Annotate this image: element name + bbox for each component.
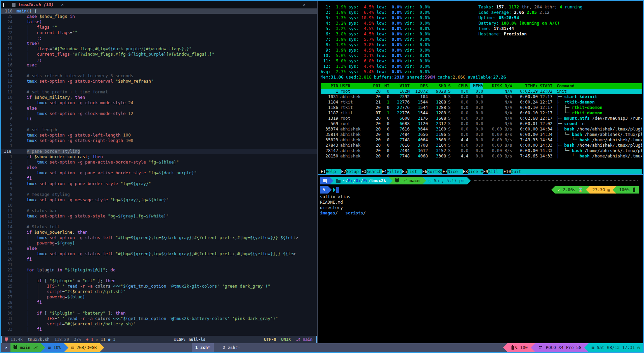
fkey-f6[interactable]: F6SortBy <box>422 169 442 174</box>
fkey-f7[interactable]: F7Nice - <box>442 169 463 174</box>
column-header-pri[interactable]: PRI <box>372 83 381 89</box>
code-line[interactable]: 18 else <box>1 246 317 251</box>
code-line[interactable]: 30 │ if [ "$lplugin" = "battery" ]; then <box>1 311 317 316</box>
fkey-f5[interactable]: F5List <box>402 169 422 174</box>
fkey-f10[interactable]: F10Quit <box>503 169 526 174</box>
code-line[interactable]: 3 else <box>1 165 317 170</box>
code-line[interactable]: 20 fi <box>1 257 317 262</box>
code-line[interactable]: 6 fi <box>1 116 317 122</box>
code-line[interactable]: 15 if $show_powerline; then <box>1 230 317 235</box>
column-header-command[interactable]: Command <box>557 83 642 89</box>
code-line[interactable]: 28 │ fi <box>1 300 317 305</box>
code-line[interactable]: 11 # status bar <box>1 208 317 213</box>
code-line[interactable]: 21 │ ;; <box>1 35 317 41</box>
process-table-header[interactable]: PIDUSERPRINIVIRTRESSHRSCPU%MEM%DISK R/WT… <box>321 83 642 89</box>
code-line[interactable]: 1 if $show_border_contrast; then <box>1 154 317 159</box>
code-line[interactable]: 24 false) <box>1 19 317 25</box>
tab-close-icon[interactable]: × <box>61 2 64 7</box>
code-line[interactable]: 15 <box>1 68 317 73</box>
code-line[interactable]: 22 │ current_flags="" <box>1 30 317 35</box>
tmux-window-2[interactable]: 2 zsh#- <box>219 343 244 352</box>
fkey-f8[interactable]: F8Nice + <box>463 169 483 174</box>
code-line[interactable]: 4 # set length <box>1 127 317 133</box>
process-row[interactable]: 35374abhishek200761636443100S0.00.00.00 … <box>321 126 642 132</box>
code-line[interactable]: 19 │ tmux set-option -g status-left "#[b… <box>1 251 317 257</box>
column-header-cpu-[interactable]: CPU% <box>455 83 468 89</box>
code-line[interactable]: 23 │ <box>1 273 317 278</box>
prompt-line-2[interactable]: ↯ ✓ 2.06s ⌛27.3G ▤100% <box>320 185 641 194</box>
code-line[interactable]: 32 │ │ script="#($current_dir/battery.sh… <box>1 321 317 327</box>
column-header-user[interactable]: USER <box>340 83 370 89</box>
code-line[interactable]: 25 case $show_flags in <box>1 14 317 19</box>
column-header-shr[interactable]: SHR <box>430 83 446 89</box>
code-line[interactable]: 3 tmux set-option -g status-left-length … <box>1 133 317 138</box>
process-row[interactable]: 28147abhishek200748436123152S0.00.00.00 … <box>321 148 642 153</box>
code-line[interactable]: 16 │ tmux set-option -g status-left "#[b… <box>1 235 317 240</box>
fkey-f1[interactable]: F1Help <box>321 169 341 174</box>
column-header-virt[interactable]: VIRT <box>391 83 410 89</box>
process-row[interactable]: 1root200162M120729028S0.00.0N/A0:02.1912… <box>321 89 642 94</box>
code-line[interactable]: 10 <box>1 203 317 208</box>
code-line[interactable]: 24 │ if [ "$lplugin" = "git" ]; then <box>1 278 317 284</box>
tab-title[interactable]: tmux2k.sh (13) <box>18 2 54 7</box>
code-line[interactable]: 12 <box>1 84 317 89</box>
code-line[interactable]: 118 # pane border styling <box>1 149 317 154</box>
code-area[interactable]: 25 case $show_flags in24 false)23 │ flag… <box>1 14 317 336</box>
process-row[interactable]: 1184rtkit2112277615441288S0.00.0N/A0:00.… <box>321 99 642 105</box>
process-row[interactable]: 569root200668831202312S0.00.0N/A0:00.011… <box>321 121 642 126</box>
column-header-res[interactable]: RES <box>412 83 428 89</box>
column-header-pid[interactable]: PID <box>321 83 338 89</box>
process-row[interactable]: 1186rtkit2002277615441288S0.00.0N/A0:00.… <box>321 105 642 110</box>
code-line[interactable]: 4 │ tmux set-option -g pane-active-borde… <box>1 170 317 176</box>
code-line[interactable]: 13 <box>1 219 317 224</box>
code-line[interactable]: 1 <box>1 143 317 149</box>
code-line[interactable]: 5 fi <box>1 176 317 181</box>
code-line[interactable]: 29 │ <box>1 305 317 311</box>
code-line[interactable]: 22 for lplugin in "${lplugins[@]}"; do <box>1 267 317 273</box>
code-line[interactable]: 27 │ │ powerbg=${blue} <box>1 294 317 300</box>
code-line[interactable]: 18 │ current_flags="#{?window_flags,#[fg… <box>1 52 317 57</box>
window-close-icon[interactable]: × <box>303 2 305 7</box>
code-line[interactable]: 7 │ tmux set-option -g clock-mode-style … <box>1 111 317 116</box>
code-line[interactable]: 6 tmux set-option -g pane-border-style "… <box>1 181 317 186</box>
column-header-time-[interactable]: TIME+ <box>514 83 538 89</box>
code-line[interactable]: 25 │ │ IFS=' ' read -r -a colors <<<"$(g… <box>1 284 317 289</box>
fkey-f3[interactable]: F3Search <box>361 169 381 174</box>
tmux-window-1[interactable]: 1 zsh* <box>192 343 214 352</box>
column-header-mem-[interactable]: MEM% <box>470 83 483 89</box>
process-row[interactable]: 28150abhishek200774840683308S4.40.00.00 … <box>321 153 642 159</box>
code-line[interactable]: 11 # set the prefix + t time format <box>1 89 317 95</box>
code-line[interactable]: 14 # sets refresh interval to every 5 se… <box>1 73 317 79</box>
code-line[interactable]: 20 true) <box>1 41 317 46</box>
code-line[interactable]: 21 <box>1 262 317 267</box>
code-line[interactable]: 17 │ powerbg=${gray} <box>1 240 317 246</box>
column-header-disk-r-w[interactable]: DISK R/W <box>485 83 512 89</box>
fkey-f9[interactable]: F9Kill <box>483 169 503 174</box>
column-header-start[interactable]: START <box>540 83 555 89</box>
code-line[interactable]: 9 tmux set-option -g message-style "bg=$… <box>1 197 317 203</box>
code-line[interactable]: 8 # message styling <box>1 192 317 197</box>
code-line[interactable]: 10 if $show_military; then <box>1 95 317 100</box>
code-line[interactable]: 16 esac <box>1 62 317 68</box>
shell-pane[interactable]: ~/Pr/Gi/Pr/tmux2k ⎇ main◷ Sat, 5:17 pm ↯… <box>318 175 643 343</box>
process-row[interactable]: 35823abhishek200774840643308S4.40.00.00 … <box>321 137 642 143</box>
code-line[interactable]: 12 tmux set-option -g status-style "bg=$… <box>1 213 317 219</box>
code-line[interactable]: 33 │ fi <box>1 327 317 332</box>
code-line[interactable]: 14 # Status left <box>1 224 317 230</box>
code-line[interactable]: 17 │ ;; <box>1 57 317 62</box>
fkey-f2[interactable]: F2Setup <box>341 169 361 174</box>
code-line[interactable]: 8 else <box>1 106 317 111</box>
code-line[interactable]: 31 │ │ IFS=' ' read -r -a colors <<<"$(g… <box>1 316 317 321</box>
code-line[interactable]: 2 │ tmux set-option -g pane-active-borde… <box>1 159 317 165</box>
column-header-s[interactable]: S <box>448 83 453 89</box>
code-line[interactable]: 7 <box>1 186 317 192</box>
code-line[interactable]: 5 <box>1 122 317 127</box>
code-line[interactable]: 9 │ tmux set-option -g clock-mode-style … <box>1 100 317 106</box>
code-line[interactable]: 2 tmux set-option -g status-right-length… <box>1 138 317 143</box>
htop-pane[interactable]: 1: 1.9% sys: 4.5% low: 0.0% vir: 0.0% 2:… <box>318 1 643 174</box>
fkey-f4[interactable]: F4Filter <box>382 169 402 174</box>
process-row[interactable]: 1031abhishek20023921040S0.00.0N/A0:00.00… <box>321 94 642 99</box>
code-line[interactable]: 26 │ │ script="#($current_dir/git.sh)" <box>1 289 317 294</box>
process-row[interactable]: 27843abhishek200761637083164S0.00.00.00 … <box>321 143 642 148</box>
code-line[interactable]: 13 tmux set-option -g status-interval "$… <box>1 79 317 84</box>
